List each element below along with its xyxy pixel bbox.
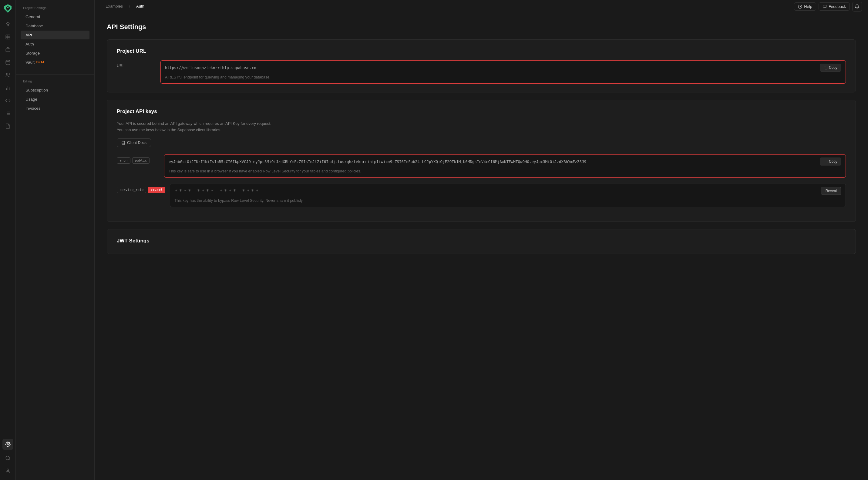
sidebar-label-auth: Auth <box>26 42 34 46</box>
project-url-title: Project URL <box>117 48 846 54</box>
page-title: API Settings <box>107 23 856 31</box>
help-icon <box>798 5 802 9</box>
sidebar-item-database[interactable]: Database <box>21 22 90 30</box>
url-value: https://wcflusxqhzteknrrihfp.supabase.co <box>165 65 817 70</box>
svg-line-21 <box>9 459 10 460</box>
sidebar-item-auth[interactable]: Auth <box>21 40 90 48</box>
rail-storage-icon[interactable] <box>2 57 13 68</box>
svg-point-19 <box>7 444 8 445</box>
project-url-section: Project URL URL https://wcflusxqhzteknrr… <box>107 39 856 93</box>
client-docs-button[interactable]: Client Docs <box>117 138 151 147</box>
url-input-row: https://wcflusxqhzteknrrihfp.supabase.co… <box>165 64 841 71</box>
notifications-button[interactable] <box>852 2 862 11</box>
sidebar-label-vault: Vault <box>26 60 35 65</box>
rail-auth-icon[interactable] <box>2 44 13 55</box>
sidebar-label-subscription: Subscription <box>26 88 48 93</box>
anon-key-copy-button[interactable]: Copy <box>820 158 841 166</box>
url-field-row: URL https://wcflusxqhzteknrrihfp.supabas… <box>117 60 846 83</box>
sidebar-label-storage: Storage <box>26 51 40 56</box>
book-icon <box>121 141 125 145</box>
top-bar: Examples / Auth Help Feedback <box>95 0 868 13</box>
help-button[interactable]: Help <box>794 2 816 11</box>
anon-badges: anon public <box>117 154 159 164</box>
rail-home-icon[interactable] <box>2 19 13 30</box>
top-bar-right: Help Feedback <box>794 2 862 11</box>
feedback-button[interactable]: Feedback <box>818 2 850 11</box>
anon-key-value: eyJhbGciOiJIUzI1NiIsInR5cCI6IkpXVCJ9.eyJ… <box>168 160 817 164</box>
sidebar-label-usage: Usage <box>26 97 37 102</box>
tab-separator: / <box>128 4 131 9</box>
rail-docs-icon[interactable] <box>2 121 13 132</box>
anon-key-description: This key is safe to use in a browser if … <box>168 169 841 174</box>
anon-badge: anon <box>117 157 130 164</box>
sidebar-item-invoices[interactable]: Invoices <box>21 104 90 113</box>
service-role-key-row: service_role secret **** **** **** **** … <box>117 184 846 207</box>
url-copy-button[interactable]: Copy <box>820 64 841 71</box>
api-keys-desc-1: Your API is secured behind an API gatewa… <box>117 121 846 133</box>
svg-rect-7 <box>6 49 10 52</box>
url-label: URL <box>117 60 153 68</box>
api-keys-section: Project API keys Your API is secured beh… <box>107 100 856 222</box>
url-input-area: https://wcflusxqhzteknrrihfp.supabase.co… <box>160 60 846 83</box>
rail-settings-icon[interactable] <box>2 439 13 450</box>
public-badge: public <box>132 157 150 164</box>
anon-copy-label: Copy <box>829 160 837 164</box>
service-role-input-area: **** **** **** **** Reveal This key has … <box>170 184 846 207</box>
sidebar-item-general[interactable]: General <box>21 12 90 21</box>
service-role-description: This key has the ability to bypass Row L… <box>175 198 841 204</box>
rail-search-icon[interactable] <box>2 453 13 464</box>
reveal-label: Reveal <box>826 189 837 193</box>
svg-rect-25 <box>825 67 827 69</box>
secret-badge: secret <box>148 187 165 193</box>
svg-rect-26 <box>825 161 827 163</box>
tab-examples[interactable]: Examples <box>101 0 128 13</box>
project-settings-label: Project Settings <box>18 6 92 12</box>
jwt-section: JWT Settings <box>107 229 856 254</box>
anon-key-input-row: eyJhbGciOiJIUzI1NiIsInR5cCI6IkpXVCJ9.eyJ… <box>168 158 841 166</box>
rail-table-icon[interactable] <box>2 32 13 42</box>
svg-rect-3 <box>6 35 10 39</box>
jwt-title: JWT Settings <box>117 238 846 244</box>
help-label: Help <box>804 4 812 9</box>
sidebar-label-general: General <box>26 14 40 19</box>
sidebar-item-api[interactable]: API <box>21 31 90 39</box>
tab-auth[interactable]: Auth <box>131 0 149 13</box>
sidebar: Project Settings General Database API Au… <box>16 0 95 480</box>
bell-icon <box>855 4 860 9</box>
rail-logs-icon[interactable] <box>2 108 13 119</box>
anon-key-input-area: eyJhbGciOiJIUzI1NiIsInR5cCI6IkpXVCJ9.eyJ… <box>164 154 846 178</box>
rail-functions-icon[interactable] <box>2 95 13 106</box>
main-content: API Settings Project URL URL https://wcf… <box>95 13 868 480</box>
client-docs-label: Client Docs <box>127 141 147 145</box>
sidebar-item-usage[interactable]: Usage <box>21 95 90 104</box>
rail-users-icon[interactable] <box>2 70 13 80</box>
feedback-label: Feedback <box>829 4 846 9</box>
app-logo[interactable] <box>3 4 13 13</box>
svg-point-20 <box>6 456 9 460</box>
service-role-input-row: **** **** **** **** Reveal <box>175 187 841 195</box>
svg-point-23 <box>798 5 802 8</box>
sidebar-item-vault[interactable]: Vault BETA <box>21 58 90 67</box>
sidebar-item-storage[interactable]: Storage <box>21 49 90 58</box>
copy-icon <box>824 66 827 69</box>
billing-label: Billing <box>18 79 92 85</box>
sidebar-item-subscription[interactable]: Subscription <box>21 86 90 95</box>
anon-key-row: anon public eyJhbGciOiJIUzI1NiIsInR5cCI6… <box>117 154 846 178</box>
service-role-badge: service_role <box>117 187 146 193</box>
sidebar-label-database: Database <box>26 24 43 28</box>
feedback-icon <box>823 5 827 9</box>
svg-point-9 <box>6 73 8 75</box>
sidebar-label-api: API <box>26 33 32 37</box>
service-role-badges: service_role secret <box>117 184 165 193</box>
rail-reports-icon[interactable] <box>2 82 13 93</box>
url-copy-label: Copy <box>829 65 837 70</box>
copy-icon-2 <box>824 160 827 163</box>
rail-profile-icon[interactable] <box>2 466 13 476</box>
icon-rail <box>0 0 16 480</box>
service-role-masked-value: **** **** **** **** <box>175 188 818 194</box>
sidebar-label-invoices: Invoices <box>26 106 41 111</box>
reveal-button[interactable]: Reveal <box>821 187 841 195</box>
vault-beta-badge: BETA <box>36 61 44 64</box>
api-keys-title: Project API keys <box>117 108 846 114</box>
svg-point-8 <box>6 60 10 62</box>
